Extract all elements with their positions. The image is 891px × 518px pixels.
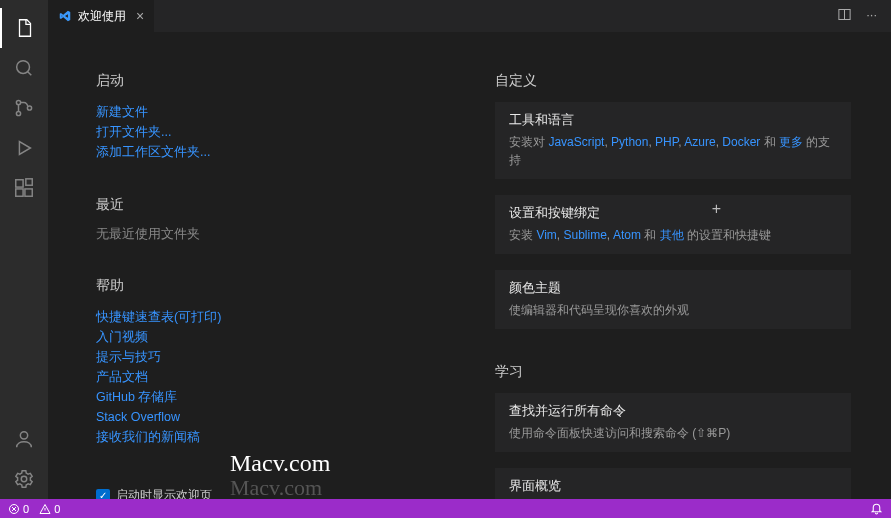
split-editor-icon[interactable] [837,7,852,25]
svg-point-8 [20,432,27,439]
link-azure[interactable]: Azure [684,135,715,149]
link-python[interactable]: Python [611,135,648,149]
start-heading: 启动 [96,72,435,90]
svg-point-3 [27,106,31,110]
tab-actions: ··· [837,7,891,25]
svg-point-0 [17,61,30,74]
link-docker[interactable]: Docker [722,135,760,149]
help-github-link[interactable]: GitHub 存储库 [96,387,435,407]
overview-card[interactable]: 界面概览 查看突出显示主要 UI 组件的叠加图 [495,468,851,499]
color-theme-title: 颜色主题 [509,280,837,297]
link-php[interactable]: PHP [655,135,678,149]
editor-area: 欢迎使用 × ··· 启动 新建文件 打开文件夹... 添加工作区文件夹... … [48,0,891,499]
explorer-icon[interactable] [0,8,48,48]
start-section: 启动 新建文件 打开文件夹... 添加工作区文件夹... [96,72,435,162]
left-column: 启动 新建文件 打开文件夹... 添加工作区文件夹... 最近 无最近使用文件夹… [96,72,435,499]
commands-title: 查找并运行所有命令 [509,403,837,420]
add-workspace-link[interactable]: 添加工作区文件夹... [96,142,435,162]
more-icon[interactable]: ··· [866,7,877,25]
tab-welcome[interactable]: 欢迎使用 × [48,0,154,32]
error-icon [8,503,20,515]
svg-rect-6 [25,189,32,196]
recent-section: 最近 无最近使用文件夹 [96,196,435,243]
checkbox-checked-icon: ✓ [96,489,110,500]
link-vim[interactable]: Vim [536,228,556,242]
commands-desc: 使用命令面板快速访问和搜索命令 (⇧⌘P) [509,424,837,442]
status-warnings[interactable]: 0 [39,503,60,515]
account-icon[interactable] [0,419,48,459]
svg-rect-4 [16,180,23,187]
keybindings-card[interactable]: 设置和按键绑定 安装 Vim, Sublime, Atom 和 其他 的设置和快… [495,195,851,254]
svg-point-1 [16,100,20,104]
help-docs-link[interactable]: 产品文档 [96,367,435,387]
recent-empty: 无最近使用文件夹 [96,226,435,243]
color-theme-card[interactable]: 颜色主题 使编辑器和代码呈现你喜欢的外观 [495,270,851,329]
help-newsletter-link[interactable]: 接收我们的新闻稿 [96,427,435,447]
help-heading: 帮助 [96,277,435,295]
svg-point-2 [16,111,20,115]
overview-title: 界面概览 [509,478,837,495]
welcome-page: 启动 新建文件 打开文件夹... 添加工作区文件夹... 最近 无最近使用文件夹… [48,32,891,499]
source-control-icon[interactable] [0,88,48,128]
svg-rect-5 [16,189,23,196]
customize-heading: 自定义 [495,72,851,90]
search-icon[interactable] [0,48,48,88]
help-tips-link[interactable]: 提示与技巧 [96,347,435,367]
color-theme-desc: 使编辑器和代码呈现你喜欢的外观 [509,301,837,319]
help-intro-videos-link[interactable]: 入门视频 [96,327,435,347]
svg-rect-7 [26,179,32,185]
customize-section: 自定义 工具和语言 安装对 JavaScript, Python, PHP, A… [495,72,851,329]
open-folder-link[interactable]: 打开文件夹... [96,122,435,142]
commands-card[interactable]: 查找并运行所有命令 使用命令面板快速访问和搜索命令 (⇧⌘P) [495,393,851,452]
svg-point-9 [21,476,27,482]
plus-icon: + [712,200,721,218]
status-bar: 0 0 [0,499,891,518]
tab-bar: 欢迎使用 × ··· [48,0,891,32]
tools-desc: 安装对 JavaScript, Python, PHP, Azure, Dock… [509,133,837,169]
bell-icon [870,502,883,515]
tab-title: 欢迎使用 [78,8,126,25]
tools-card[interactable]: 工具和语言 安装对 JavaScript, Python, PHP, Azure… [495,102,851,179]
show-on-start-checkbox[interactable]: ✓ 启动时显示欢迎页 [96,487,435,499]
show-on-start-label: 启动时显示欢迎页 [116,487,212,499]
extensions-icon[interactable] [0,168,48,208]
keybindings-desc: 安装 Vim, Sublime, Atom 和 其他 的设置和快捷键 [509,226,837,244]
settings-gear-icon[interactable] [0,459,48,499]
link-more[interactable]: 更多 [779,135,803,149]
help-cheatsheet-link[interactable]: 快捷键速查表(可打印) [96,307,435,327]
close-icon[interactable]: × [136,8,144,24]
help-stackoverflow-link[interactable]: Stack Overflow [96,407,435,427]
link-other[interactable]: 其他 [660,228,684,242]
tools-title: 工具和语言 [509,112,837,129]
right-column: 自定义 工具和语言 安装对 JavaScript, Python, PHP, A… [495,72,851,499]
new-file-link[interactable]: 新建文件 [96,102,435,122]
vscode-icon [58,9,72,23]
warning-icon [39,503,51,515]
debug-icon[interactable] [0,128,48,168]
learn-heading: 学习 [495,363,851,381]
learn-section: 学习 查找并运行所有命令 使用命令面板快速访问和搜索命令 (⇧⌘P) 界面概览 … [495,363,851,499]
link-javascript[interactable]: JavaScript [548,135,604,149]
activity-bar [0,0,48,499]
link-atom[interactable]: Atom [613,228,641,242]
help-section: 帮助 快捷键速查表(可打印) 入门视频 提示与技巧 产品文档 GitHub 存储… [96,277,435,447]
status-errors[interactable]: 0 [8,503,29,515]
keybindings-title: 设置和按键绑定 [509,205,837,222]
link-sublime[interactable]: Sublime [564,228,607,242]
status-bell[interactable] [870,502,883,515]
recent-heading: 最近 [96,196,435,214]
